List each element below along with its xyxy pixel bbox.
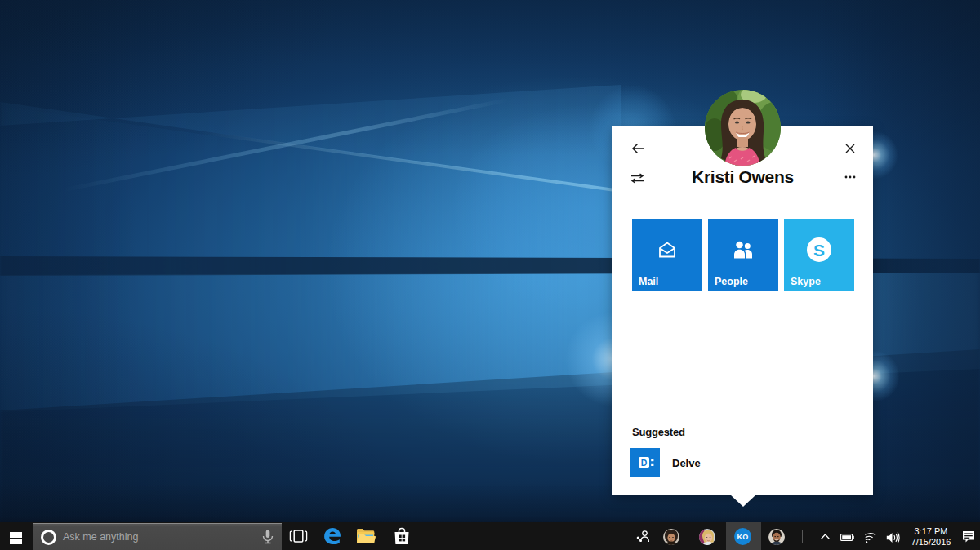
svg-text:S: S [813,241,825,259]
svg-text:D: D [641,458,648,468]
